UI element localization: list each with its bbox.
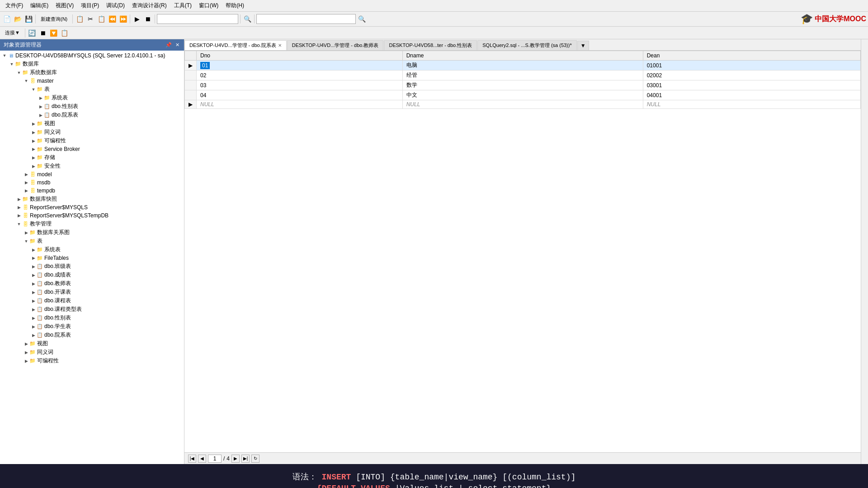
expand-jx-systables[interactable]: ▶: [31, 247, 36, 253]
page-next-btn[interactable]: ▶: [231, 455, 240, 463]
tree-jx-systables[interactable]: ▶ 📁 系统表: [0, 245, 184, 254]
tab-more-btn[interactable]: ▼: [577, 41, 589, 50]
toolbar-btn7[interactable]: ⏩: [118, 14, 128, 24]
tab-jiaoshi[interactable]: DESKTOP-U4VD...学管理 - dbo.教师表: [287, 40, 384, 50]
table-row[interactable]: 04 中文 04001: [185, 90, 861, 100]
tree-banjibiao[interactable]: ▶ 📋 dbo.班级表: [0, 262, 184, 271]
oe-pin-btn[interactable]: 📌: [165, 42, 173, 48]
expand-kcleixingbiao[interactable]: ▶: [31, 307, 36, 312]
refresh-btn[interactable]: 🔄: [27, 28, 37, 38]
table-row[interactable]: ▶ 01 电脑 01001: [185, 61, 861, 70]
expand-jiaoxue[interactable]: ▼: [16, 221, 22, 227]
expand-server[interactable]: ▼: [2, 53, 7, 58]
tree-jiaoxue-tables[interactable]: ▼ 📁 表: [0, 237, 184, 245]
tree-report1[interactable]: ▶ 🗄 ReportServer$MYSQLS: [0, 203, 184, 211]
tree-master[interactable]: ▼ 🗄 master: [0, 77, 184, 85]
table-row-new[interactable]: ▶ NULL NULL NULL: [185, 100, 861, 109]
table-row[interactable]: 03 数学 03001: [185, 80, 861, 90]
database-selector[interactable]: [157, 14, 238, 24]
expand-report2[interactable]: ▶: [16, 213, 22, 218]
tree-tempdb[interactable]: ▶ 🗄 tempdb: [0, 187, 184, 195]
expand-master-tables[interactable]: ▼: [31, 87, 36, 92]
tree-jiaoshibiao[interactable]: ▶ 📋 dbo.教师表: [0, 279, 184, 288]
tree-kechengbiao[interactable]: ▶ 📋 dbo.课程表: [0, 296, 184, 305]
toolbar-btn5[interactable]: 📋: [96, 14, 106, 24]
cell-dno-4[interactable]: 04: [197, 90, 403, 100]
tree-system-db[interactable]: ▼ 📁 系统数据库: [0, 68, 184, 77]
search-input[interactable]: [256, 14, 356, 24]
page-refresh-btn[interactable]: ↻: [251, 455, 259, 463]
expand-msdb[interactable]: ▶: [24, 180, 29, 185]
expand-model[interactable]: ▶: [24, 172, 29, 177]
tree-xingbie[interactable]: ▶ 📋 dbo.性别表: [0, 102, 184, 111]
menu-file[interactable]: 文件(F): [2, 1, 27, 10]
cell-dname-1[interactable]: 电脑: [402, 61, 643, 70]
expand-jiaoshibiao[interactable]: ▶: [31, 281, 36, 286]
cell-dno-new[interactable]: NULL: [197, 100, 403, 109]
cell-dname-new[interactable]: NULL: [402, 100, 643, 109]
search-btn[interactable]: 🔍: [357, 14, 367, 24]
expand-chengjibiao[interactable]: ▶: [31, 272, 36, 278]
toolbar-btn10[interactable]: 🔍: [242, 14, 252, 24]
expand-xingbie[interactable]: ▶: [38, 104, 43, 109]
menu-help[interactable]: 帮助(H): [222, 1, 248, 10]
cell-dname-3[interactable]: 数学: [402, 80, 643, 90]
tree-jx-prog[interactable]: ▶ 📁 可编程性: [0, 357, 184, 365]
tree-jx-yuanxi[interactable]: ▶ 📋 dbo.院系表: [0, 331, 184, 339]
expand-jiaoxue-tables[interactable]: ▼: [24, 239, 29, 244]
menu-debug[interactable]: 调试(D): [103, 1, 128, 10]
tree-systables[interactable]: ▶ 📁 系统表: [0, 94, 184, 102]
tab-sqlquery[interactable]: SQLQuery2.sql - ...S.教学管理 (sa (53))*: [477, 40, 576, 50]
toolbar-btn9[interactable]: ⏹: [143, 14, 153, 24]
new-query-btn[interactable]: 新建查询(N): [38, 14, 71, 24]
tree-snapshots[interactable]: ▶ 📁 数据库快照: [0, 195, 184, 203]
expand-kaikebiao[interactable]: ▶: [31, 290, 36, 295]
tree-chengjibiao[interactable]: ▶ 📋 dbo.成绩表: [0, 271, 184, 279]
prop-btn[interactable]: 📋: [60, 28, 70, 38]
tree-databases[interactable]: ▼ 📁 数据库: [0, 60, 184, 68]
page-prev-btn[interactable]: ◀: [198, 455, 206, 463]
tree-jx-xingbie[interactable]: ▶ 📋 dbo.性别表: [0, 314, 184, 322]
save-btn[interactable]: 💾: [24, 14, 33, 24]
expand-report1[interactable]: ▶: [16, 205, 22, 210]
tree-report2[interactable]: ▶ 🗄 ReportServer$MYSQLSTempDB: [0, 211, 184, 220]
menu-view[interactable]: 视图(V): [52, 1, 77, 10]
menu-window[interactable]: 窗口(W): [195, 1, 222, 10]
expand-yuanxi[interactable]: ▶: [38, 113, 43, 118]
expand-programmability[interactable]: ▶: [31, 138, 36, 144]
toolbar-btn4[interactable]: ✂: [85, 14, 95, 24]
expand-security[interactable]: ▶: [31, 164, 36, 169]
expand-views[interactable]: ▶: [31, 121, 36, 127]
oe-close-btn[interactable]: ✕: [175, 42, 180, 48]
page-current-input[interactable]: [208, 455, 222, 463]
tree-model[interactable]: ▶ 🗄 model: [0, 170, 184, 178]
expand-jx-views[interactable]: ▶: [24, 341, 29, 347]
expand-tempdb[interactable]: ▶: [24, 188, 29, 193]
expand-systables[interactable]: ▶: [38, 95, 43, 101]
tree-storage[interactable]: ▶ 📁 存储: [0, 153, 184, 162]
stop-btn[interactable]: ⏹: [38, 28, 48, 38]
tree-kcleixingbiao[interactable]: ▶ 📋 dbo.课程类型表: [0, 305, 184, 314]
expand-databases[interactable]: ▼: [9, 61, 14, 67]
tree-kaikebiao[interactable]: ▶ 📋 dbo.开课表: [0, 288, 184, 296]
cell-dno-3[interactable]: 03: [197, 80, 403, 90]
menu-query-designer[interactable]: 查询设计器(R): [128, 1, 170, 10]
cell-dno-1[interactable]: 01: [197, 61, 403, 70]
cell-dean-1[interactable]: 01001: [643, 61, 860, 70]
tree-jx-views[interactable]: ▶ 📁 视图: [0, 339, 184, 348]
expand-filetables[interactable]: ▶: [31, 255, 36, 261]
filter-btn[interactable]: 🔽: [49, 28, 59, 38]
toolbar-btn3[interactable]: 📋: [75, 14, 85, 24]
cell-dname-2[interactable]: 经管: [402, 70, 643, 80]
tree-filetables[interactable]: ▶ 📁 FileTables: [0, 254, 184, 262]
tab-xingbie[interactable]: DESKTOP-U4VD58...ter - dbo.性别表: [384, 40, 477, 50]
expand-storage[interactable]: ▶: [31, 155, 36, 160]
tree-security[interactable]: ▶ 📁 安全性: [0, 162, 184, 170]
table-row[interactable]: 02 经管 02002: [185, 70, 861, 80]
tab-yuanxi[interactable]: DESKTOP-U4VD...学管理 - dbo.院系表 ✕: [184, 40, 287, 51]
expand-master[interactable]: ▼: [24, 78, 29, 84]
cell-dean-4[interactable]: 04001: [643, 90, 860, 100]
expand-banjibiao[interactable]: ▶: [31, 264, 36, 269]
tree-server[interactable]: ▼ 🖥 DESKTOP-U4VD58B\MYSQLS (SQL Server 1…: [0, 52, 184, 60]
page-last-btn[interactable]: ▶|: [241, 455, 250, 463]
